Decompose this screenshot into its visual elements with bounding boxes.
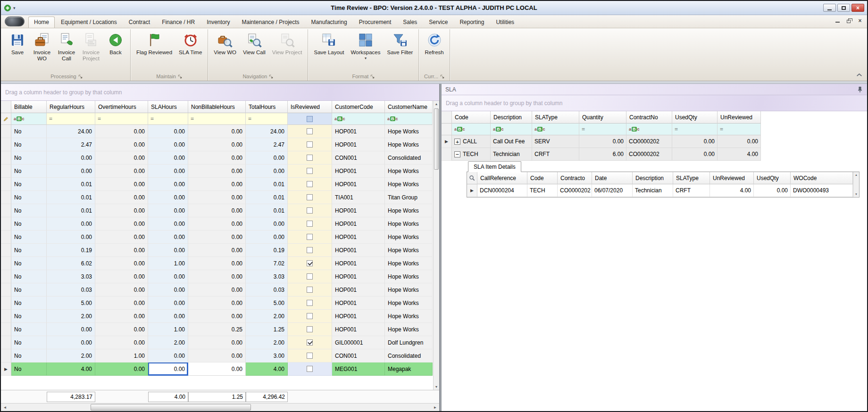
cell-description[interactable]: Call Out Fee	[491, 135, 532, 148]
cell-customername[interactable]: Hope Works	[385, 244, 433, 257]
cell-totalhours[interactable]: 0.00	[246, 217, 288, 231]
time-grid-row[interactable]: No2.000.000.000.002.00HOP001Hope Works	[1, 310, 439, 323]
cell-regularhours[interactable]: 2.00	[47, 349, 95, 363]
ribbon-tab-service[interactable]: Service	[423, 16, 453, 28]
cell-customercode[interactable]: MEG001	[332, 363, 385, 376]
group-dialog-launcher-icon[interactable]	[78, 74, 83, 79]
time-grid-row[interactable]: No2.001.000.000.003.00CON001Consolidated	[1, 349, 439, 363]
detail-cell-contracto[interactable]: CO0000202	[558, 184, 592, 197]
cell-billable[interactable]: No	[11, 310, 47, 323]
cell-overtimehours[interactable]: 0.00	[95, 297, 148, 310]
column-header-slahours[interactable]: SLAHours	[148, 101, 188, 113]
cell-slahours[interactable]: 0.00	[148, 217, 188, 231]
cell-isreviewed[interactable]	[288, 283, 332, 297]
cell-nonbillablehours[interactable]: 0.00	[188, 297, 246, 310]
detail-column-header-unreviewed[interactable]: UnReviewed	[710, 172, 754, 184]
checked-checkbox-icon[interactable]	[307, 260, 313, 266]
column-header-customercode[interactable]: CustomerCode	[332, 101, 385, 113]
filter-cell-quantity[interactable]: =	[579, 124, 626, 135]
cell-customername[interactable]: Hope Works	[385, 217, 433, 231]
unchecked-checkbox-icon[interactable]	[307, 273, 313, 280]
cell-regularhours[interactable]: 0.00	[47, 151, 95, 165]
time-grid-row[interactable]: No3.030.000.000.003.03HOP001Hope Works	[1, 270, 439, 283]
unchecked-checkbox-icon[interactable]	[307, 221, 313, 227]
cell-customername[interactable]: Consolidated	[385, 151, 433, 165]
vertical-scroll-thumb[interactable]	[434, 108, 439, 170]
time-grid-row[interactable]: No0.000.000.000.000.00HOP001Hope Works	[1, 217, 439, 231]
time-grid-row[interactable]: No0.000.002.000.002.00GIL000001Dolf Lund…	[1, 336, 439, 349]
cell-nonbillablehours[interactable]: 0.00	[188, 165, 246, 178]
cell-customername[interactable]: Hope Works	[385, 283, 433, 297]
cell-totalhours[interactable]: 3.00	[246, 349, 288, 363]
cell-nonbillablehours[interactable]: 0.00	[188, 151, 246, 165]
close-button[interactable]: ×	[851, 4, 864, 12]
mdi-minimize-button[interactable]	[834, 18, 841, 24]
save-filter-button[interactable]: Save Filter	[384, 30, 416, 57]
cell-nonbillablehours[interactable]: 0.00	[188, 244, 246, 257]
cell-billable[interactable]: No	[11, 178, 47, 191]
cell-unreviewed[interactable]: 4.00	[718, 148, 761, 161]
time-grid-row[interactable]: No0.000.000.000.000.00HOP001Hope Works	[1, 231, 439, 244]
column-header-regularhours[interactable]: RegularHours	[47, 101, 95, 113]
scroll-up-icon[interactable]: ▲	[434, 101, 439, 107]
cell-billable[interactable]: No	[11, 165, 47, 178]
cell-isreviewed[interactable]	[288, 257, 332, 270]
workspaces-button[interactable]: Workspaces▾	[347, 30, 384, 61]
cell-customercode[interactable]: HOP001	[332, 297, 385, 310]
cell-customercode[interactable]: HOP001	[332, 257, 385, 270]
cell-isreviewed[interactable]	[288, 217, 332, 231]
cell-totalhours[interactable]: 1.25	[246, 323, 288, 336]
cell-totalhours[interactable]: 0.03	[246, 283, 288, 297]
cell-regularhours[interactable]: 0.00	[47, 165, 95, 178]
cell-overtimehours[interactable]: 0.00	[95, 138, 148, 151]
cell-regularhours[interactable]: 4.00	[47, 363, 95, 376]
cell-customercode[interactable]: HOP001	[332, 165, 385, 178]
ribbon-tab-procurement[interactable]: Procurement	[353, 16, 397, 28]
unchecked-checkbox-icon[interactable]	[307, 353, 313, 359]
cell-slatype[interactable]: CRFT	[532, 148, 579, 161]
cell-regularhours[interactable]: 0.01	[47, 204, 95, 217]
application-menu-button[interactable]	[5, 16, 25, 26]
cell-code[interactable]: −TECH	[452, 148, 491, 161]
cell-regularhours[interactable]: 5.00	[47, 297, 95, 310]
detail-column-header-date[interactable]: Date	[592, 172, 633, 184]
cell-slahours[interactable]: 0.00	[148, 138, 188, 151]
detail-column-header-usedqty[interactable]: UsedQty	[754, 172, 791, 184]
cell-billable[interactable]: No	[11, 217, 47, 231]
cell-isreviewed[interactable]	[288, 231, 332, 244]
cell-customername[interactable]: Hope Works	[385, 178, 433, 191]
cell-overtimehours[interactable]: 0.00	[95, 363, 148, 376]
cell-totalhours[interactable]: 0.01	[246, 204, 288, 217]
cell-unreviewed[interactable]: 0.00	[718, 135, 761, 148]
sla-row[interactable]: ▶+CALLCall Out FeeSERV0.00CO00002020.000…	[442, 135, 761, 148]
cell-regularhours[interactable]: 0.03	[47, 283, 95, 297]
detail-column-header-code[interactable]: Code	[527, 172, 558, 184]
detail-column-header-wocode[interactable]: WOCode	[791, 172, 853, 184]
cell-billable[interactable]: No	[11, 125, 47, 138]
cell-totalhours[interactable]: 0.19	[246, 244, 288, 257]
cell-isreviewed[interactable]	[288, 244, 332, 257]
cell-slahours[interactable]: 0.00	[148, 244, 188, 257]
cell-nonbillablehours[interactable]: 0.00	[188, 257, 246, 270]
cell-overtimehours[interactable]: 0.00	[95, 336, 148, 349]
column-header-nonbillablehours[interactable]: NonBillableHours	[188, 101, 246, 113]
cell-billable[interactable]: No	[11, 231, 47, 244]
time-grid-horizontal-scrollbar[interactable]: ◄ ►	[1, 403, 439, 411]
detail-cell-code[interactable]: TECH	[527, 184, 558, 197]
cell-isreviewed[interactable]	[288, 270, 332, 283]
cell-overtimehours[interactable]: 0.00	[95, 231, 148, 244]
scroll-right-icon[interactable]: ►	[431, 404, 439, 411]
cell-billable[interactable]: No	[11, 191, 47, 204]
unchecked-checkbox-icon[interactable]	[307, 234, 313, 240]
column-header-usedqty[interactable]: UsedQty	[672, 111, 718, 124]
column-header-unreviewed[interactable]: UnReviewed	[718, 111, 761, 124]
cell-billable[interactable]: No	[11, 283, 47, 297]
maximize-button[interactable]	[837, 4, 850, 12]
cell-nonbillablehours[interactable]: 0.00	[188, 270, 246, 283]
ribbon-tab-contract[interactable]: Contract	[123, 16, 156, 28]
cell-customername[interactable]: Consolidated	[385, 349, 433, 363]
cell-regularhours[interactable]: 0.00	[47, 217, 95, 231]
cell-regularhours[interactable]: 2.00	[47, 310, 95, 323]
refresh-button[interactable]: Refresh	[421, 30, 447, 57]
ribbon-tab-maintenance-projects[interactable]: Maintenance / Projects	[236, 16, 305, 28]
